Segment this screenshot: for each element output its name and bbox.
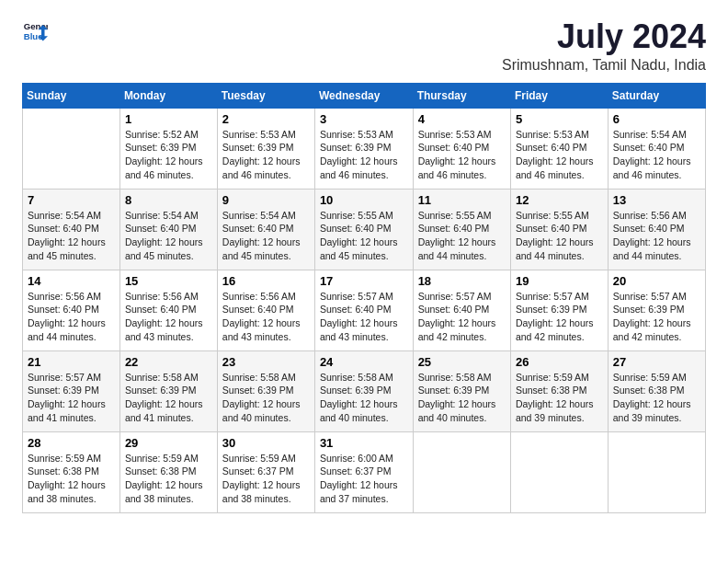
day-number: 31: [320, 436, 408, 450]
cell-info: Sunrise: 5:57 AMSunset: 6:39 PMDaylight:…: [28, 371, 115, 425]
day-number: 25: [418, 355, 506, 369]
cell-info: Sunrise: 5:54 AMSunset: 6:40 PMDaylight:…: [222, 209, 310, 263]
calendar-cell: 2Sunrise: 5:53 AMSunset: 6:39 PMDaylight…: [217, 108, 314, 189]
day-number: 5: [516, 112, 603, 126]
calendar-cell: 5Sunrise: 5:53 AMSunset: 6:40 PMDaylight…: [510, 108, 608, 189]
cell-info: Sunrise: 5:55 AMSunset: 6:40 PMDaylight:…: [516, 209, 603, 263]
logo: General Blue: [22, 18, 48, 44]
day-number: 23: [222, 355, 310, 369]
cell-info: Sunrise: 5:58 AMSunset: 6:39 PMDaylight:…: [125, 371, 212, 425]
cell-info: Sunrise: 5:57 AMSunset: 6:40 PMDaylight:…: [418, 290, 506, 344]
cell-info: Sunrise: 5:54 AMSunset: 6:40 PMDaylight:…: [28, 209, 115, 263]
calendar-cell: 10Sunrise: 5:55 AMSunset: 6:40 PMDayligh…: [314, 189, 413, 270]
calendar-cell: 11Sunrise: 5:55 AMSunset: 6:40 PMDayligh…: [413, 189, 510, 270]
calendar-cell: 13Sunrise: 5:56 AMSunset: 6:40 PMDayligh…: [608, 189, 705, 270]
cell-info: Sunrise: 5:53 AMSunset: 6:40 PMDaylight:…: [418, 128, 506, 182]
day-number: 29: [125, 436, 212, 450]
calendar-cell: 21Sunrise: 5:57 AMSunset: 6:39 PMDayligh…: [23, 350, 120, 431]
day-number: 28: [28, 436, 115, 450]
cell-info: Sunrise: 5:59 AMSunset: 6:38 PMDaylight:…: [28, 452, 115, 506]
cell-info: Sunrise: 5:53 AMSunset: 6:40 PMDaylight:…: [516, 128, 603, 182]
col-header-saturday: Saturday: [608, 83, 705, 108]
cell-info: Sunrise: 5:58 AMSunset: 6:39 PMDaylight:…: [418, 371, 506, 425]
calendar-cell: 9Sunrise: 5:54 AMSunset: 6:40 PMDaylight…: [217, 189, 314, 270]
cell-info: Sunrise: 5:52 AMSunset: 6:39 PMDaylight:…: [125, 128, 212, 182]
calendar-cell: [510, 431, 608, 512]
day-number: 30: [222, 436, 310, 450]
day-number: 27: [613, 355, 700, 369]
day-number: 6: [613, 112, 700, 126]
day-number: 14: [28, 274, 115, 288]
cell-info: Sunrise: 5:57 AMSunset: 6:39 PMDaylight:…: [613, 290, 700, 344]
day-number: 17: [320, 274, 408, 288]
calendar-cell: 20Sunrise: 5:57 AMSunset: 6:39 PMDayligh…: [608, 270, 705, 350]
cell-info: Sunrise: 5:57 AMSunset: 6:39 PMDaylight:…: [516, 290, 603, 344]
day-number: 18: [418, 274, 506, 288]
day-number: 13: [613, 193, 700, 207]
calendar-body: 1Sunrise: 5:52 AMSunset: 6:39 PMDaylight…: [23, 108, 706, 512]
calendar-cell: [23, 108, 120, 189]
week-row-5: 28Sunrise: 5:59 AMSunset: 6:38 PMDayligh…: [23, 431, 706, 512]
calendar-cell: 4Sunrise: 5:53 AMSunset: 6:40 PMDaylight…: [413, 108, 510, 189]
day-number: 15: [125, 274, 212, 288]
calendar-cell: 8Sunrise: 5:54 AMSunset: 6:40 PMDaylight…: [119, 189, 217, 270]
title-block: July 2024 Srimushnam, Tamil Nadu, India: [502, 18, 706, 74]
cell-info: Sunrise: 5:57 AMSunset: 6:40 PMDaylight:…: [320, 290, 408, 344]
calendar-cell: 22Sunrise: 5:58 AMSunset: 6:39 PMDayligh…: [119, 350, 217, 431]
location-subtitle: Srimushnam, Tamil Nadu, India: [502, 57, 706, 74]
calendar-cell: 29Sunrise: 5:59 AMSunset: 6:38 PMDayligh…: [119, 431, 217, 512]
cell-info: Sunrise: 5:54 AMSunset: 6:40 PMDaylight:…: [125, 209, 212, 263]
day-number: 19: [516, 274, 603, 288]
cell-info: Sunrise: 5:58 AMSunset: 6:39 PMDaylight:…: [320, 371, 408, 425]
calendar-cell: 26Sunrise: 5:59 AMSunset: 6:38 PMDayligh…: [510, 350, 608, 431]
cell-info: Sunrise: 6:00 AMSunset: 6:37 PMDaylight:…: [320, 452, 408, 506]
cell-info: Sunrise: 5:56 AMSunset: 6:40 PMDaylight:…: [28, 290, 115, 344]
calendar-cell: 25Sunrise: 5:58 AMSunset: 6:39 PMDayligh…: [413, 350, 510, 431]
day-number: 22: [125, 355, 212, 369]
calendar-cell: 23Sunrise: 5:58 AMSunset: 6:39 PMDayligh…: [217, 350, 314, 431]
day-number: 8: [125, 193, 212, 207]
calendar-cell: 19Sunrise: 5:57 AMSunset: 6:39 PMDayligh…: [510, 270, 608, 350]
calendar-cell: [413, 431, 510, 512]
calendar-cell: 24Sunrise: 5:58 AMSunset: 6:39 PMDayligh…: [314, 350, 413, 431]
col-header-thursday: Thursday: [413, 83, 510, 108]
col-header-tuesday: Tuesday: [217, 83, 314, 108]
calendar-cell: 18Sunrise: 5:57 AMSunset: 6:40 PMDayligh…: [413, 270, 510, 350]
calendar-header-row: SundayMondayTuesdayWednesdayThursdayFrid…: [23, 83, 706, 108]
calendar-cell: 28Sunrise: 5:59 AMSunset: 6:38 PMDayligh…: [23, 431, 120, 512]
day-number: 16: [222, 274, 310, 288]
calendar-cell: [608, 431, 705, 512]
day-number: 20: [613, 274, 700, 288]
col-header-monday: Monday: [119, 83, 217, 108]
calendar-cell: 16Sunrise: 5:56 AMSunset: 6:40 PMDayligh…: [217, 270, 314, 350]
calendar-cell: 17Sunrise: 5:57 AMSunset: 6:40 PMDayligh…: [314, 270, 413, 350]
cell-info: Sunrise: 5:59 AMSunset: 6:38 PMDaylight:…: [613, 371, 700, 425]
calendar-cell: 15Sunrise: 5:56 AMSunset: 6:40 PMDayligh…: [119, 270, 217, 350]
cell-info: Sunrise: 5:56 AMSunset: 6:40 PMDaylight:…: [125, 290, 212, 344]
cell-info: Sunrise: 5:59 AMSunset: 6:38 PMDaylight:…: [125, 452, 212, 506]
week-row-4: 21Sunrise: 5:57 AMSunset: 6:39 PMDayligh…: [23, 350, 706, 431]
cell-info: Sunrise: 5:56 AMSunset: 6:40 PMDaylight:…: [222, 290, 310, 344]
logo-icon: General Blue: [22, 18, 48, 44]
col-header-sunday: Sunday: [23, 83, 120, 108]
calendar-cell: 27Sunrise: 5:59 AMSunset: 6:38 PMDayligh…: [608, 350, 705, 431]
cell-info: Sunrise: 5:53 AMSunset: 6:39 PMDaylight:…: [320, 128, 408, 182]
day-number: 7: [28, 193, 115, 207]
month-title: July 2024: [502, 18, 706, 55]
day-number: 3: [320, 112, 408, 126]
cell-info: Sunrise: 5:56 AMSunset: 6:40 PMDaylight:…: [613, 209, 700, 263]
calendar-cell: 6Sunrise: 5:54 AMSunset: 6:40 PMDaylight…: [608, 108, 705, 189]
week-row-1: 1Sunrise: 5:52 AMSunset: 6:39 PMDaylight…: [23, 108, 706, 189]
calendar-table: SundayMondayTuesdayWednesdayThursdayFrid…: [22, 83, 706, 513]
day-number: 10: [320, 193, 408, 207]
calendar-cell: 30Sunrise: 5:59 AMSunset: 6:37 PMDayligh…: [217, 431, 314, 512]
day-number: 1: [125, 112, 212, 126]
week-row-3: 14Sunrise: 5:56 AMSunset: 6:40 PMDayligh…: [23, 270, 706, 350]
col-header-friday: Friday: [510, 83, 608, 108]
cell-info: Sunrise: 5:59 AMSunset: 6:38 PMDaylight:…: [516, 371, 603, 425]
day-number: 11: [418, 193, 506, 207]
cell-info: Sunrise: 5:54 AMSunset: 6:40 PMDaylight:…: [613, 128, 700, 182]
cell-info: Sunrise: 5:55 AMSunset: 6:40 PMDaylight:…: [418, 209, 506, 263]
cell-info: Sunrise: 5:53 AMSunset: 6:39 PMDaylight:…: [222, 128, 310, 182]
cell-info: Sunrise: 5:55 AMSunset: 6:40 PMDaylight:…: [320, 209, 408, 263]
